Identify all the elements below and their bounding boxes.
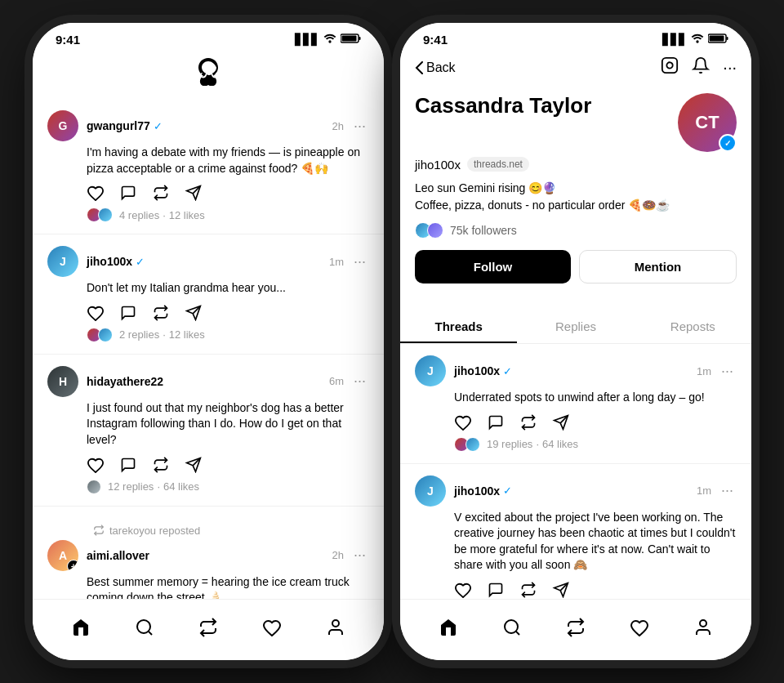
post-meta: 1m ··· [329, 253, 369, 270]
repost-button[interactable] [519, 414, 537, 431]
like-button[interactable] [87, 305, 105, 321]
like-button[interactable] [87, 185, 105, 201]
share-button[interactable] [552, 582, 570, 598]
post-user: J jiho100x ✓ [47, 246, 145, 277]
back-button[interactable]: Back [415, 60, 456, 75]
username[interactable]: jiho100x [87, 255, 132, 268]
comment-button[interactable] [119, 305, 137, 321]
nav-heart[interactable] [256, 611, 288, 644]
comment-button[interactable] [487, 414, 505, 431]
repost-button[interactable] [152, 185, 170, 201]
user-info: hidayathere22 [87, 375, 163, 388]
svg-rect-3 [342, 36, 357, 42]
more-button[interactable]: ··· [718, 482, 737, 499]
like-button[interactable] [87, 457, 105, 473]
post-item: J jiho100x ✓ 1m ··· Don't let my Italian… [33, 234, 384, 355]
tab-reposts[interactable]: Reposts [635, 310, 751, 343]
reply-count: 2 replies [119, 328, 159, 341]
nav-search-2[interactable] [496, 611, 528, 644]
post-user: J jiho100x ✓ [415, 475, 512, 507]
post-user: H hidayathere22 [47, 366, 163, 397]
repost-button[interactable] [152, 305, 170, 321]
user-info: jiho100x ✓ [454, 364, 512, 377]
more-button[interactable]: ··· [718, 363, 737, 380]
bio-line-1: Leo sun Gemini rising 😊🔮 [415, 180, 737, 197]
avatar: J [415, 475, 446, 507]
svg-point-0 [328, 40, 331, 42]
profile-header: Cassandra Taylor CT ✓ jiho100x threads.n… [400, 87, 751, 310]
followers-row: 75k followers [415, 222, 737, 239]
post-stats: 2 replies · 12 likes [87, 328, 369, 342]
svg-rect-2 [359, 37, 361, 40]
post-user: A + aimi.allover [47, 540, 149, 571]
tab-replies[interactable]: Replies [517, 310, 634, 343]
svg-point-15 [696, 40, 698, 42]
time-2: 9:41 [423, 33, 448, 47]
profile-nav-icons: ··· [661, 56, 737, 78]
post-time: 1m [697, 365, 711, 377]
avatar: G [47, 110, 78, 141]
bell-icon[interactable] [692, 56, 710, 78]
svg-rect-17 [727, 37, 728, 40]
verified-badge: ✓ [503, 365, 512, 377]
nav-compose[interactable] [192, 611, 225, 644]
more-button[interactable]: ··· [350, 118, 369, 135]
post-body: I just found out that my neighbor's dog … [87, 400, 369, 449]
more-icon[interactable]: ··· [723, 58, 737, 77]
tab-threads[interactable]: Threads [400, 310, 517, 343]
profile-actions: Follow Mention [415, 250, 737, 283]
svg-point-27 [700, 620, 706, 627]
verified-avatar-badge: ✓ [719, 134, 737, 152]
threads-logo [195, 56, 221, 89]
profile-top: Cassandra Taylor CT ✓ [415, 93, 737, 152]
more-button[interactable]: ··· [350, 547, 369, 564]
mention-button[interactable]: Mention [579, 250, 737, 283]
comment-button[interactable] [119, 457, 137, 473]
instagram-icon[interactable] [661, 56, 679, 78]
more-button[interactable]: ··· [350, 253, 369, 270]
comment-button[interactable] [487, 582, 505, 598]
more-button[interactable]: ··· [350, 373, 369, 390]
repost-button[interactable] [519, 582, 537, 598]
post-item: G gwangurl77 ✓ 2h ··· I'm having a debat… [33, 99, 384, 234]
profile-avatar: CT ✓ [678, 93, 737, 152]
post-meta: 1m ··· [697, 363, 737, 380]
username[interactable]: jiho100x [454, 484, 500, 498]
username[interactable]: aimi.allover [87, 549, 149, 562]
share-button[interactable] [185, 457, 203, 473]
like-count: 64 likes [163, 480, 199, 493]
follow-button[interactable]: Follow [415, 250, 571, 283]
svg-rect-18 [710, 36, 724, 42]
phones-container: 9:41 ▋▋▋ [33, 23, 751, 660]
nav-home[interactable] [65, 611, 97, 644]
nav-heart-2[interactable] [623, 611, 656, 644]
username[interactable]: hidayathere22 [87, 375, 163, 388]
repost-indicator: tarekoyou reposted [47, 518, 369, 540]
share-button[interactable] [185, 185, 203, 201]
nav-compose-2[interactable] [559, 611, 592, 644]
post-item: J jiho100x ✓ 1m ··· V excited about the … [400, 464, 751, 599]
nav-home-2[interactable] [432, 611, 465, 644]
repost-button[interactable] [152, 457, 170, 473]
comment-button[interactable] [119, 185, 137, 201]
username[interactable]: jiho100x [454, 364, 500, 377]
like-button[interactable] [454, 414, 472, 431]
share-button[interactable] [552, 414, 570, 431]
like-button[interactable] [454, 582, 472, 598]
post-header: J jiho100x ✓ 1m ··· [415, 475, 737, 507]
nav-profile-2[interactable] [687, 611, 719, 644]
profile-feed: J jiho100x ✓ 1m ··· Underrated spots to … [400, 344, 751, 599]
back-label: Back [426, 60, 456, 75]
profile-name: Cassandra Taylor [415, 93, 591, 118]
post-meta: 6m ··· [329, 373, 369, 390]
share-button[interactable] [185, 305, 203, 321]
nav-search[interactable] [128, 611, 161, 644]
nav-profile[interactable] [319, 611, 352, 644]
username[interactable]: gwangurl77 [87, 119, 150, 132]
post-stats: 12 replies · 64 likes [87, 480, 369, 494]
reply-count: 12 replies [108, 480, 154, 493]
user-info: gwangurl77 ✓ [87, 119, 163, 132]
threads-badge: threads.net [467, 157, 529, 172]
post-body: V excited about the project I've been wo… [454, 510, 737, 574]
status-icons-2: ▋▋▋ [662, 33, 728, 46]
